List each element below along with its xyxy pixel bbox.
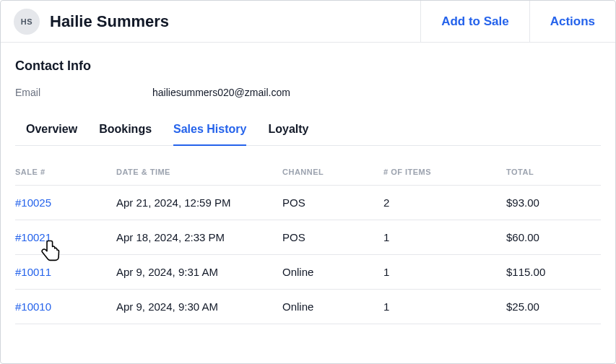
- contact-email-label: Email: [15, 87, 123, 98]
- cell-total: $93.00: [506, 196, 601, 209]
- sales-table: SALE # DATE & TIME CHANNEL # OF ITEMS TO…: [15, 168, 601, 324]
- cell-total: $115.00: [506, 266, 601, 278]
- header-bar: HS Hailie Summers Add to Sale Actions: [1, 1, 615, 43]
- table-head: SALE # DATE & TIME CHANNEL # OF ITEMS TO…: [15, 168, 601, 186]
- page-body: Contact Info Email hailiesummers020@zmai…: [1, 43, 615, 324]
- cell-datetime: Apr 18, 2024, 2:33 PM: [116, 231, 282, 243]
- cell-datetime: Apr 9, 2024, 9:30 AM: [116, 300, 282, 313]
- avatar: HS: [14, 9, 40, 35]
- add-to-sale-button[interactable]: Add to Sale: [420, 1, 529, 42]
- cell-total: $25.00: [506, 300, 601, 313]
- contact-section-title: Contact Info: [15, 58, 601, 74]
- cell-total: $60.00: [506, 231, 601, 243]
- cell-datetime: Apr 21, 2024, 12:59 PM: [116, 196, 282, 209]
- cell-channel: Online: [282, 266, 383, 278]
- table-row: #10010 Apr 9, 2024, 9:30 AM Online 1 $25…: [15, 290, 601, 324]
- tab-loyalty[interactable]: Loyalty: [268, 123, 308, 146]
- contact-email-row: Email hailiesummers020@zmail.com: [15, 87, 601, 98]
- cell-channel: POS: [282, 231, 383, 243]
- header-actions: Add to Sale Actions: [420, 1, 615, 42]
- cell-items: 1: [383, 300, 506, 313]
- table-row: #10025 Apr 21, 2024, 12:59 PM POS 2 $93.…: [15, 186, 601, 220]
- cell-channel: POS: [282, 196, 383, 209]
- tabs: Overview Bookings Sales History Loyalty: [15, 123, 601, 146]
- contact-email-value: hailiesummers020@zmail.com: [152, 87, 290, 98]
- cell-items: 1: [383, 266, 506, 278]
- table-row: #10011 Apr 9, 2024, 9:31 AM Online 1 $11…: [15, 255, 601, 290]
- sale-link[interactable]: #10010: [15, 300, 116, 313]
- cell-items: 1: [383, 231, 506, 243]
- col-sale: SALE #: [15, 168, 116, 176]
- cell-channel: Online: [282, 300, 383, 313]
- cell-items: 2: [383, 196, 506, 209]
- col-channel: CHANNEL: [282, 168, 383, 176]
- col-total: TOTAL: [506, 168, 601, 176]
- sale-link[interactable]: #10021: [15, 231, 116, 243]
- page-title: Hailie Summers: [50, 12, 169, 31]
- header-left: HS Hailie Summers: [14, 9, 169, 35]
- table-row: #10021 Apr 18, 2024, 2:33 PM POS 1 $60.0…: [15, 220, 601, 255]
- col-items: # OF ITEMS: [383, 168, 506, 176]
- tab-bookings[interactable]: Bookings: [99, 123, 152, 146]
- tab-overview[interactable]: Overview: [26, 123, 77, 146]
- actions-button[interactable]: Actions: [529, 1, 615, 42]
- tab-sales-history[interactable]: Sales History: [173, 123, 246, 146]
- cell-datetime: Apr 9, 2024, 9:31 AM: [116, 266, 282, 278]
- col-datetime: DATE & TIME: [116, 168, 282, 176]
- sale-link[interactable]: #10025: [15, 196, 116, 209]
- sale-link[interactable]: #10011: [15, 266, 116, 278]
